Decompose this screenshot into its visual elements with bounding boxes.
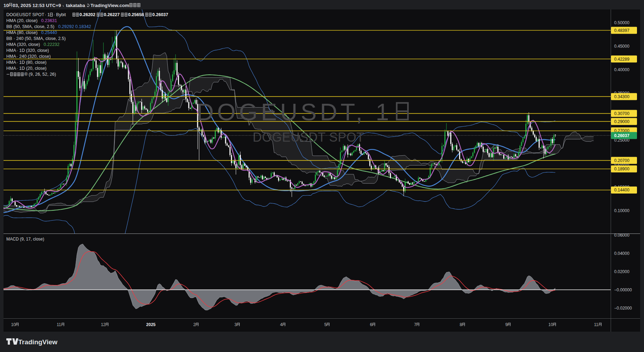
svg-text:HMA (320, close): HMA (320, close) (6, 42, 40, 47)
svg-text:DOGEUSDT SPOT: DOGEUSDT SPOT (6, 12, 44, 17)
svg-text:0.48397: 0.48397 (614, 28, 630, 33)
svg-text:0.20700: 0.20700 (614, 158, 630, 163)
svg-text:5: 5 (324, 322, 327, 327)
svg-text:· 1D (80, close): · 1D (80, close) (16, 60, 46, 65)
svg-text:−0.02000: −0.02000 (614, 306, 632, 311)
svg-text:HMA: HMA (6, 54, 16, 59)
svg-text:0.10000: 0.10000 (614, 208, 630, 213)
svg-text:0.50000: 0.50000 (614, 20, 630, 25)
svg-text:0.14400: 0.14400 (614, 188, 630, 192)
svg-text:0.40000: 0.40000 (614, 67, 630, 72)
svg-text:· 1D (320, close): · 1D (320, close) (16, 48, 49, 53)
svg-text:11: 11 (594, 322, 599, 327)
svg-text:0.23631: 0.23631 (41, 18, 57, 23)
svg-text:6: 6 (370, 322, 372, 327)
svg-text:0.18900: 0.18900 (614, 167, 630, 171)
svg-text:0.34300: 0.34300 (614, 94, 630, 99)
svg-text:· 1D (20, close): · 1D (20, close) (16, 66, 46, 71)
svg-text:3: 3 (234, 322, 237, 327)
svg-text:HMA: HMA (6, 48, 16, 53)
svg-text:takataba: takataba (66, 3, 85, 8)
svg-text:2025: 2025 (146, 322, 156, 327)
svg-text:0.02000: 0.02000 (614, 269, 630, 274)
svg-text:0.04000: 0.04000 (614, 251, 630, 256)
svg-text:0.26037: 0.26037 (614, 133, 630, 138)
svg-text:0.29000: 0.29000 (614, 119, 630, 124)
svg-text:BB (50, SMA, close, 2.5): BB (50, SMA, close, 2.5) (6, 24, 54, 29)
svg-text:9: 9 (505, 322, 508, 327)
svg-text:0.22232: 0.22232 (44, 42, 59, 47)
svg-text:0.26202: 0.26202 (80, 12, 95, 17)
svg-text:TradingView: TradingView (18, 338, 58, 346)
svg-text:· 240 (50, SMA, close, 2.5): · 240 (50, SMA, close, 2.5) (14, 36, 66, 41)
svg-text:10: 10 (549, 322, 553, 327)
svg-text:0.26037: 0.26037 (152, 12, 168, 17)
svg-text:TradingView.com: TradingView.com (91, 3, 129, 8)
svg-text:4: 4 (280, 322, 283, 327)
svg-text:HMA: HMA (6, 66, 16, 71)
svg-text:0.06000: 0.06000 (614, 233, 630, 238)
svg-text:DOGEUSDT SPOT: DOGEUSDT SPOT (253, 130, 364, 144)
svg-text:DOGEUSDT, 1: DOGEUSDT, 1 (197, 99, 392, 125)
svg-text:BB: BB (6, 36, 12, 41)
svg-text:HMA (80, close): HMA (80, close) (6, 30, 38, 35)
svg-text:03, 2025 12:53 UTC+9: 03, 2025 12:53 UTC+9 (13, 3, 61, 8)
svg-text:0.30700: 0.30700 (614, 111, 630, 116)
svg-text:· 240 (320, close): · 240 (320, close) (16, 54, 51, 59)
svg-text:0.42289: 0.42289 (614, 57, 630, 62)
svg-text:8: 8 (460, 322, 462, 327)
svg-text:12: 12 (101, 322, 106, 327)
svg-text:10: 10 (11, 322, 16, 327)
svg-text:−0.00000: −0.00000 (614, 287, 632, 292)
svg-text:® (9, 26, 52, 26): ® (9, 26, 52, 26) (24, 72, 56, 77)
svg-text:HMA (20, close): HMA (20, close) (6, 18, 38, 23)
svg-text:7: 7 (414, 322, 417, 327)
svg-text:0.26227: 0.26227 (104, 12, 120, 17)
svg-text:· Bybit: · Bybit (53, 12, 66, 17)
svg-text:0.25440: 0.25440 (41, 30, 57, 35)
svg-text:11: 11 (57, 322, 61, 327)
svg-text:0.45000: 0.45000 (614, 44, 630, 49)
svg-text:· 1: · 1 (45, 12, 50, 17)
svg-text:2: 2 (193, 322, 196, 327)
svg-text:MACD (9, 17, close): MACD (9, 17, close) (6, 237, 44, 242)
svg-text:0.25658: 0.25658 (128, 12, 144, 17)
svg-text:10: 10 (4, 3, 9, 8)
svg-text:HMA: HMA (6, 60, 16, 65)
svg-text:0.29292 0.18342: 0.29292 0.18342 (58, 24, 91, 29)
